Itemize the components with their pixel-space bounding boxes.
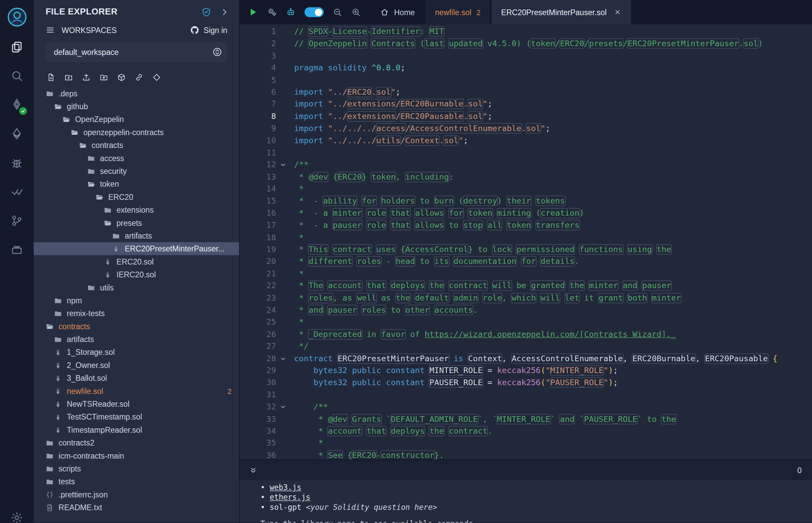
- fold-spacer: [276, 232, 290, 244]
- chevron-right-icon[interactable]: [220, 7, 229, 16]
- code-editor[interactable]: 1// SPDX-License-Identifier: MIT2// Open…: [240, 24, 812, 459]
- tree-item-utils[interactable]: utils: [34, 281, 240, 294]
- remix-logo[interactable]: [0, 2, 34, 32]
- tree-item-prettierrc-json[interactable]: .prettierrc.json: [34, 488, 240, 501]
- tab-label: newfile.sol: [435, 8, 472, 17]
- solidity-compiler-button[interactable]: [0, 90, 34, 119]
- tab-home[interactable]: Home: [370, 0, 425, 24]
- code-text: import "../extensions/ERC20Burnable.sol"…: [290, 98, 492, 110]
- tree-item-newtsreader-sol[interactable]: NewTSReader.sol: [34, 397, 240, 410]
- code-line: 24 * and pauser roles to other accounts.: [240, 304, 812, 317]
- new-file-button[interactable]: [47, 73, 55, 82]
- upload-folder-button[interactable]: [100, 73, 108, 82]
- menu-icon[interactable]: [46, 25, 55, 35]
- load-cube-button[interactable]: [117, 73, 126, 82]
- folder-open-icon: [46, 322, 54, 330]
- tree-item-erc20-sol[interactable]: ERC20.sol: [34, 255, 240, 268]
- tree-item-artifacts[interactable]: artifacts: [34, 332, 240, 345]
- tree-item-readme-txt[interactable]: README.txt: [34, 501, 240, 514]
- workspace-select[interactable]: default_workspace: [46, 42, 227, 62]
- tree-item-scripts[interactable]: scripts: [34, 462, 240, 475]
- close-tab-button[interactable]: [614, 8, 621, 16]
- tree-item-security[interactable]: security: [34, 164, 240, 177]
- line-number: 6: [240, 86, 276, 98]
- solidity-file-icon: [54, 400, 63, 408]
- tree-item-erc20presetminterpauser[interactable]: ERC20PresetMinterPauser...: [34, 242, 240, 255]
- shield-icon[interactable]: [201, 7, 211, 17]
- tree-item-artifacts[interactable]: artifacts: [34, 229, 240, 242]
- code-line: 30 bytes32 public constant PAUSER_ROLE =…: [240, 377, 812, 389]
- folder-closed-icon: [54, 296, 63, 305]
- file-explorer-button[interactable]: [0, 32, 34, 61]
- terminal[interactable]: •web3.js•ethers.js•sol-gpt <your Solidit…: [240, 480, 812, 523]
- terminal-link[interactable]: web3.js: [270, 483, 301, 493]
- tree-item-newfile-sol[interactable]: newfile.sol2: [34, 384, 240, 397]
- tree-item-label: OpenZeppelin: [75, 115, 124, 124]
- remix-ide-window: FILE EXPLORER WORKSPACES Sign in default…: [0, 0, 812, 523]
- tree-item-label: utils: [100, 283, 113, 292]
- tree-item-token[interactable]: token: [34, 178, 240, 191]
- terminal-link[interactable]: ethers.js: [270, 493, 311, 502]
- fold-toggle-icon[interactable]: [276, 353, 290, 365]
- tree-item-github[interactable]: github: [34, 100, 240, 112]
- code-text: * - a minter role that allows for token …: [290, 208, 584, 220]
- deploy-run-button[interactable]: [0, 119, 34, 148]
- search-button[interactable]: [0, 61, 34, 90]
- tree-item-contracts[interactable]: contracts: [34, 139, 240, 152]
- import-link-button[interactable]: [135, 73, 143, 82]
- tree-item-openzeppelin[interactable]: OpenZeppelin: [34, 113, 240, 126]
- tree-item-remix-tests[interactable]: remix-tests: [34, 307, 240, 320]
- fold-toggle-icon[interactable]: [276, 159, 290, 171]
- tree-item-testsctimestamp-sol[interactable]: TestSCTimestamp.sol: [34, 411, 240, 423]
- code-line: 5: [240, 74, 812, 86]
- line-number: 10: [240, 135, 276, 147]
- tree-item-tests[interactable]: tests: [34, 475, 240, 488]
- load-gist-button[interactable]: [152, 73, 161, 82]
- copilot-toggle[interactable]: [304, 7, 324, 17]
- tree-item-deps[interactable]: .deps: [34, 87, 240, 100]
- line-number: 9: [240, 123, 276, 135]
- code-text: import "../../../access/AccessControlEnu…: [290, 123, 550, 135]
- upload-file-button[interactable]: [82, 73, 91, 82]
- fold-toggle-icon[interactable]: [276, 401, 290, 413]
- plugin-manager-button[interactable]: [0, 235, 34, 264]
- tree-item-label: 3_Ballot.sol: [67, 374, 107, 382]
- zoom-in-button[interactable]: [351, 7, 361, 17]
- line-number: 28: [240, 353, 276, 365]
- code-line: 23 * roles, as well as the default admin…: [240, 292, 812, 304]
- script-config-button[interactable]: [267, 7, 277, 17]
- tree-item-openzeppelin-contracts[interactable]: openzeppelin-contracts: [34, 126, 240, 139]
- tree-item-ierc20-sol[interactable]: IERC20.sol: [34, 268, 240, 281]
- tab-erc20-preset-minter-pauser[interactable]: ERC20PresetMinterPauser.sol: [491, 0, 632, 24]
- unit-testing-button[interactable]: [0, 177, 34, 206]
- tree-item-label: 2_Owner.sol: [67, 361, 110, 369]
- settings-button[interactable]: [0, 503, 34, 523]
- tree-item-erc20[interactable]: ERC20: [34, 191, 240, 203]
- tree-item-contracts2[interactable]: contracts2: [34, 436, 240, 449]
- fold-spacer: [276, 50, 290, 62]
- tree-item-1-storage-sol[interactable]: 1_Storage.sol: [34, 346, 240, 359]
- new-folder-button[interactable]: [64, 73, 73, 82]
- tree-item-3-ballot-sol[interactable]: 3_Ballot.sol: [34, 372, 240, 384]
- run-script-button[interactable]: [248, 7, 258, 18]
- tree-item-access[interactable]: access: [34, 152, 240, 164]
- tree-item-extensions[interactable]: extensions: [34, 203, 240, 216]
- tree-item-timestampreader-sol[interactable]: TimestampReader.sol: [34, 423, 240, 436]
- tree-item-2-owner-sol[interactable]: 2_Owner.sol: [34, 359, 240, 371]
- terminal-expand-icon[interactable]: [248, 465, 258, 475]
- code-line: 14 *: [240, 183, 812, 196]
- tree-item-presets[interactable]: presets: [34, 216, 240, 229]
- git-button[interactable]: [0, 206, 34, 235]
- folder-open-icon: [87, 180, 95, 188]
- sign-in-button[interactable]: Sign in: [190, 25, 227, 35]
- line-number: 16: [240, 208, 276, 220]
- tab-newfile[interactable]: newfile.sol2: [425, 0, 491, 24]
- tree-item-npm[interactable]: npm: [34, 294, 240, 307]
- zoom-out-button[interactable]: [333, 7, 342, 17]
- unsaved-changes-badge: 2: [476, 8, 480, 17]
- tree-item-icm-contracts-main[interactable]: icm-contracts-main: [34, 449, 240, 462]
- ai-assistant-icon[interactable]: [286, 7, 296, 17]
- line-number: 20: [240, 256, 276, 268]
- debugger-button[interactable]: [0, 148, 34, 177]
- tree-item-contracts[interactable]: contracts: [34, 320, 240, 332]
